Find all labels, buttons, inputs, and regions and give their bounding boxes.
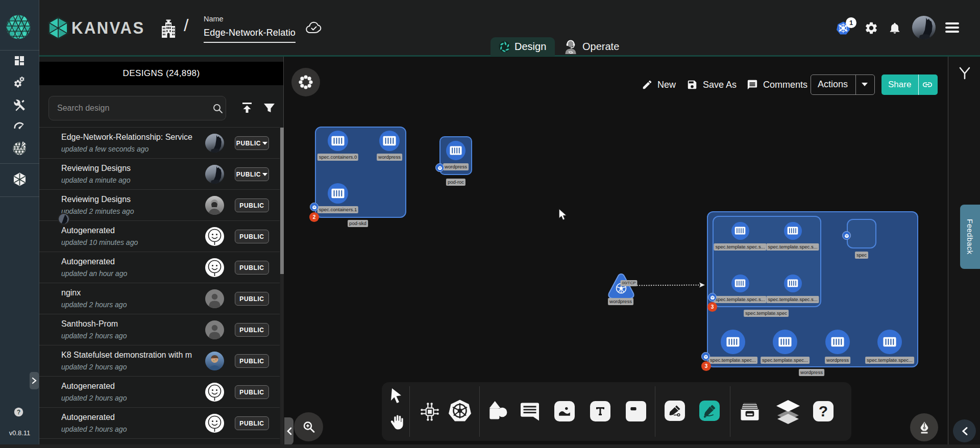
- svg-text:?: ?: [17, 409, 20, 416]
